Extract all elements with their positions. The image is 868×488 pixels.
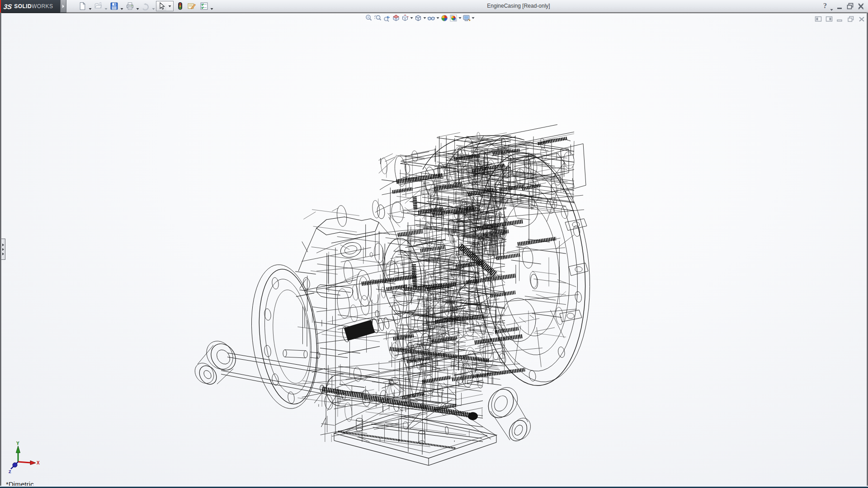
undo-button[interactable] <box>142 2 150 10</box>
restore-doc-button[interactable] <box>847 15 854 23</box>
triad-z-label: Z <box>9 469 11 474</box>
brand-glyph: 3S <box>3 3 13 10</box>
brand-name-solid: SOLID <box>14 3 32 9</box>
comment-button[interactable] <box>187 2 197 10</box>
save-dropdown[interactable] <box>120 4 123 7</box>
close-doc-button[interactable] <box>858 15 865 23</box>
hide-show-items-button[interactable] <box>427 14 435 22</box>
undo-dropdown[interactable] <box>152 4 155 7</box>
expand-arrow-icon <box>2 244 4 246</box>
display-style-button[interactable] <box>414 14 422 22</box>
solidworks-window: 3S SOLIDWORKS <box>0 0 868 488</box>
document-window-controls <box>815 15 865 23</box>
brand-name-works: WORKS <box>32 3 53 9</box>
window-title: EngineCasing [Read-only] <box>464 0 573 12</box>
help-dropdown[interactable] <box>830 5 833 13</box>
title-bar: 3S SOLIDWORKS <box>0 0 868 13</box>
triad-y-label: Y <box>16 441 19 446</box>
view-orientation-button[interactable] <box>401 14 409 22</box>
display-style-dropdown[interactable] <box>423 14 427 22</box>
menu-expander-button[interactable] <box>60 0 66 13</box>
triad-x-label: X <box>37 460 40 465</box>
minimize-button[interactable] <box>836 3 843 12</box>
view-settings-button[interactable] <box>462 14 471 22</box>
print-button[interactable] <box>126 2 134 10</box>
reference-triad: Y X Z <box>5 440 45 479</box>
open-button[interactable] <box>94 2 103 10</box>
edit-appearance-button[interactable] <box>440 14 448 22</box>
expand-arrow-icon <box>2 253 4 255</box>
zoom-to-fit-button[interactable] <box>365 14 373 22</box>
feature-manager-collapsed-tab[interactable] <box>1 239 5 260</box>
print-dropdown[interactable] <box>136 4 139 7</box>
pane-left-button[interactable] <box>815 15 822 23</box>
select-tool-dropdown[interactable] <box>166 1 174 11</box>
hide-show-items-dropdown[interactable] <box>436 14 440 22</box>
zoom-to-area-button[interactable] <box>374 14 382 22</box>
svg-text:?: ? <box>823 2 827 9</box>
select-tool-button[interactable] <box>156 1 167 11</box>
graphics-viewport[interactable] <box>1 13 867 486</box>
expand-arrow-icon <box>2 248 4 251</box>
open-dropdown[interactable] <box>104 4 108 7</box>
window-border-bottom <box>0 486 868 488</box>
new-document-button[interactable] <box>78 2 87 10</box>
solidworks-logo: 3S SOLIDWORKS <box>1 0 60 13</box>
apply-scene-button[interactable] <box>449 14 458 22</box>
brand-name: SOLIDWORKS <box>14 3 53 9</box>
pane-right-button[interactable] <box>826 15 833 23</box>
traffic-light-icon[interactable] <box>177 2 183 10</box>
close-button[interactable] <box>857 2 865 12</box>
design-checker-dropdown[interactable] <box>210 4 213 7</box>
help-button[interactable]: ? <box>822 1 828 13</box>
minimize-doc-button[interactable] <box>836 15 844 23</box>
apply-scene-dropdown[interactable] <box>458 14 462 22</box>
design-checker-button[interactable] <box>200 2 208 10</box>
previous-view-button[interactable] <box>383 14 391 22</box>
heads-up-view-toolbar <box>364 14 475 23</box>
new-document-dropdown[interactable] <box>89 4 92 7</box>
view-orientation-dropdown[interactable] <box>410 14 414 22</box>
view-settings-dropdown[interactable] <box>471 14 475 22</box>
save-button[interactable] <box>110 2 118 10</box>
restore-button[interactable] <box>846 2 854 12</box>
section-view-button[interactable] <box>392 14 400 22</box>
